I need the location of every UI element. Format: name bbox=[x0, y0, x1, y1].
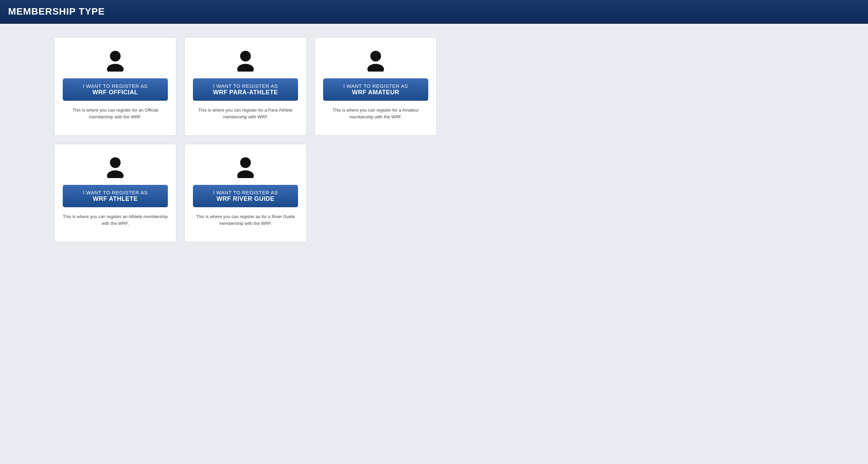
svg-point-0 bbox=[110, 51, 121, 62]
user-icon-athlete bbox=[103, 154, 127, 178]
user-icon-official bbox=[103, 48, 127, 72]
card-river-guide-description: This is where you can register as for a … bbox=[193, 213, 298, 227]
card-official-description: This is where you can register for an Of… bbox=[63, 107, 168, 120]
register-amateur-button[interactable]: I WANT TO REGISTER AS WRF AMATEUR bbox=[323, 78, 428, 101]
register-official-button[interactable]: I WANT TO REGISTER AS WRF OFFICIAL bbox=[63, 78, 168, 101]
user-icon-river-guide bbox=[234, 154, 257, 178]
svg-point-3 bbox=[237, 64, 254, 72]
svg-point-1 bbox=[107, 64, 124, 72]
card-athlete[interactable]: I WANT TO REGISTER AS WRF ATHLETE This i… bbox=[54, 144, 176, 242]
card-river-guide[interactable]: I WANT TO REGISTER AS WRF RIVER GUIDE Th… bbox=[184, 144, 307, 242]
card-athlete-description: This is where you can register an Athlet… bbox=[63, 213, 168, 227]
card-official[interactable]: I WANT TO REGISTER AS WRF OFFICIAL This … bbox=[54, 37, 176, 136]
svg-point-9 bbox=[237, 170, 254, 178]
cards-row-2: I WANT TO REGISTER AS WRF ATHLETE This i… bbox=[54, 144, 814, 242]
svg-point-6 bbox=[110, 157, 121, 168]
card-para-athlete[interactable]: I WANT TO REGISTER AS WRF PARA-ATHLETE T… bbox=[184, 37, 307, 136]
register-athlete-button[interactable]: I WANT TO REGISTER AS WRF ATHLETE bbox=[63, 185, 168, 207]
page-header: MEMBERSHIP TYPE bbox=[0, 0, 868, 24]
svg-point-8 bbox=[240, 157, 251, 168]
register-para-athlete-button[interactable]: I WANT TO REGISTER AS WRF PARA-ATHLETE bbox=[193, 78, 298, 101]
svg-point-7 bbox=[107, 170, 124, 178]
svg-point-5 bbox=[368, 64, 384, 72]
cards-row-1: I WANT TO REGISTER AS WRF OFFICIAL This … bbox=[54, 37, 814, 136]
main-content: I WANT TO REGISTER AS WRF OFFICIAL This … bbox=[0, 24, 868, 264]
page-title: MEMBERSHIP TYPE bbox=[8, 6, 860, 17]
svg-point-2 bbox=[240, 51, 251, 62]
user-icon-amateur bbox=[364, 48, 388, 72]
card-amateur-description: This is where you can register for a Ama… bbox=[323, 107, 428, 120]
svg-point-4 bbox=[370, 51, 381, 62]
card-para-athlete-description: This is where you can register for a Par… bbox=[193, 107, 298, 120]
register-river-guide-button[interactable]: I WANT TO REGISTER AS WRF RIVER GUIDE bbox=[193, 185, 298, 207]
user-icon-para-athlete bbox=[234, 48, 257, 72]
card-amateur[interactable]: I WANT TO REGISTER AS WRF AMATEUR This i… bbox=[315, 37, 437, 136]
